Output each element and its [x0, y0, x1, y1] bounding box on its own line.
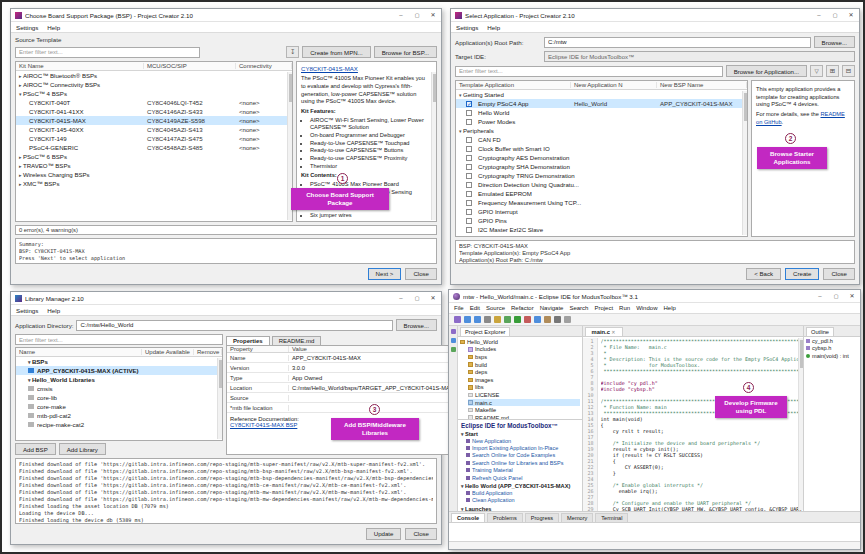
template-app-row[interactable]: Clock Buffer with Smart IO [456, 144, 747, 153]
close-button[interactable]: Close [405, 528, 437, 540]
back-button[interactable]: < Back [746, 268, 781, 280]
library-filter-input[interactable] [15, 334, 223, 345]
console-tab[interactable]: Terminal [595, 513, 628, 522]
template-list-scrollbar[interactable] [742, 91, 747, 235]
group-peripherals[interactable]: Peripherals [456, 126, 747, 135]
explorer-item-row[interactable]: main.c [468, 399, 580, 407]
checkbox-icon[interactable] [466, 137, 472, 143]
property-row[interactable]: Name APP_CY8CKIT-041S-MAX [227, 353, 457, 363]
library-tree-row[interactable]: BSPs [16, 357, 222, 366]
checkbox-icon[interactable] [466, 200, 472, 206]
back-icon[interactable] [564, 316, 571, 323]
bsp-documentation-link[interactable]: CY8CKIT-041S-MAX BSP [230, 422, 297, 428]
template-app-row[interactable]: Direction Detection Using Quadratu... [456, 180, 747, 189]
outline-item[interactable]: cy_pdl.h [804, 337, 860, 345]
titlebar[interactable]: mtw - Hello_World/main.c - Eclipse IDE f… [449, 290, 860, 303]
menu-item[interactable]: Help [47, 24, 60, 31]
column-header-template[interactable]: Template Application [456, 82, 571, 88]
template-app-row[interactable]: Cryptography AES Demonstration [456, 153, 747, 162]
console-tab[interactable]: Memory [561, 513, 593, 522]
template-app-row[interactable]: Cryptography SHA Demonstration [456, 162, 747, 171]
save-all-icon[interactable] [474, 316, 481, 323]
library-tree-row[interactable]: core-make [16, 402, 222, 411]
browse-for-bsp-button[interactable]: Browse for BSP... [374, 46, 437, 58]
view-shortcut-icon[interactable] [451, 338, 456, 343]
bsp-filter-input[interactable] [15, 47, 200, 58]
console-tab[interactable]: Progress [525, 513, 559, 522]
expand-all-icon[interactable] [826, 65, 839, 77]
add-bsp-button[interactable]: Add BSP [15, 443, 56, 455]
checkbox-icon[interactable] [466, 182, 472, 188]
bsp-tree-row[interactable]: CY8CKIT-041-41XX CY8C4146AZI-S433 <none> [16, 107, 292, 116]
quick-panel-link[interactable]: Build Application [461, 489, 579, 496]
application-directory-input[interactable] [76, 320, 392, 331]
quick-panel-link[interactable]: New Application [461, 437, 579, 444]
editor-scrollbar[interactable] [798, 338, 803, 510]
menu-item[interactable]: Navigate [540, 305, 564, 311]
close-icon[interactable] [429, 9, 437, 21]
search-icon[interactable] [534, 316, 541, 323]
checkbox-icon[interactable] [466, 236, 472, 237]
menu-item[interactable]: Search [569, 305, 588, 311]
quick-panel-link[interactable]: Refresh Quick Panel [461, 474, 579, 481]
minimize-icon[interactable] [397, 292, 405, 304]
explorer-item-row[interactable]: Includes [468, 346, 580, 354]
menu-item[interactable]: Edit [470, 305, 480, 311]
checkbox-icon[interactable] [466, 209, 472, 215]
template-app-row[interactable]: CAN FD [456, 135, 747, 144]
template-app-row[interactable]: I2C Slave Using Callbacks [456, 234, 747, 236]
property-row[interactable]: Location C:/mtw/Hello_World/bsps/TARGET_… [227, 383, 457, 393]
import-bsp-icon[interactable] [286, 46, 299, 58]
checkbox-icon[interactable] [466, 110, 472, 116]
add-library-button[interactable]: Add Library [59, 443, 106, 455]
build-all-icon[interactable] [494, 316, 501, 323]
checkbox-icon[interactable] [466, 227, 472, 233]
tab-outline[interactable]: Outline [806, 327, 834, 336]
template-app-row[interactable]: I2C Master EzI2C Slave [456, 225, 747, 234]
create-from-mpn-button[interactable]: Create from MPN... [302, 46, 370, 58]
quick-panel-link[interactable]: Training Material [461, 467, 579, 474]
explorer-item-row[interactable]: Makefile [468, 406, 580, 414]
bsp-tree-row[interactable]: XMC™ BSPs [16, 179, 292, 188]
property-row[interactable]: *mtb file location [227, 403, 457, 413]
column-header-new-bsp[interactable]: New BSP Name [657, 82, 747, 88]
program-icon[interactable] [524, 316, 531, 323]
outline-item[interactable]: main(void) : int [804, 352, 860, 360]
template-app-row[interactable]: Emulated EEPROM [456, 189, 747, 198]
app-filter-input[interactable] [455, 66, 723, 77]
collapse-all-icon[interactable] [842, 65, 855, 77]
code-line[interactable]: ****************************************… [583, 368, 803, 374]
next-button[interactable]: Next > [368, 268, 402, 280]
annotation-nav-icon[interactable] [544, 316, 551, 323]
checkbox-icon[interactable] [466, 164, 472, 170]
bsp-tree-row[interactable]: CY8CKIT-145-40XX CY8C4045AZI-S413 <none> [16, 125, 292, 134]
project-root-row[interactable]: Hello_World [460, 338, 580, 346]
checkbox-icon[interactable] [466, 119, 472, 125]
menu-item[interactable]: Run [619, 305, 630, 311]
browse-for-application-button[interactable]: Browse for Application... [726, 65, 807, 77]
save-icon[interactable] [464, 316, 471, 323]
build-icon[interactable] [484, 316, 491, 323]
explorer-item-row[interactable]: images [468, 376, 580, 384]
menu-item[interactable]: Window [636, 305, 657, 311]
outline-item[interactable]: cybsp.h [804, 345, 860, 353]
template-app-row[interactable]: Power Modes [456, 117, 747, 126]
template-app-row[interactable]: Empty PSoC4 App Hello_World APP_CY8CKIT-… [456, 99, 747, 108]
console-tab[interactable]: Problems [487, 513, 523, 522]
explorer-item-row[interactable]: bsps [468, 353, 580, 361]
library-tree-row[interactable]: APP_CY8CKIT-041S-MAX (ACTIVE) [16, 366, 222, 375]
menu-item[interactable]: Settings [456, 24, 478, 31]
menu-item[interactable]: File [454, 305, 464, 311]
property-row[interactable]: Version 3.0.0 [227, 363, 457, 373]
property-row[interactable]: Source [227, 393, 457, 403]
column-header-mcu[interactable]: MCU/SOC/SIP [144, 63, 236, 69]
maximize-icon[interactable] [413, 9, 421, 21]
quick-panel-link[interactable]: Search Online for Libraries and BSPs [461, 459, 579, 466]
checkbox-icon[interactable] [466, 155, 472, 161]
menu-item[interactable]: Help [47, 307, 60, 314]
maximize-icon[interactable] [413, 292, 421, 304]
checkbox-icon[interactable] [466, 101, 472, 107]
menu-item[interactable]: Help [663, 305, 675, 311]
tab-readme[interactable]: README.md [272, 336, 322, 345]
template-app-row[interactable]: GPIO Interrupt [456, 207, 747, 216]
